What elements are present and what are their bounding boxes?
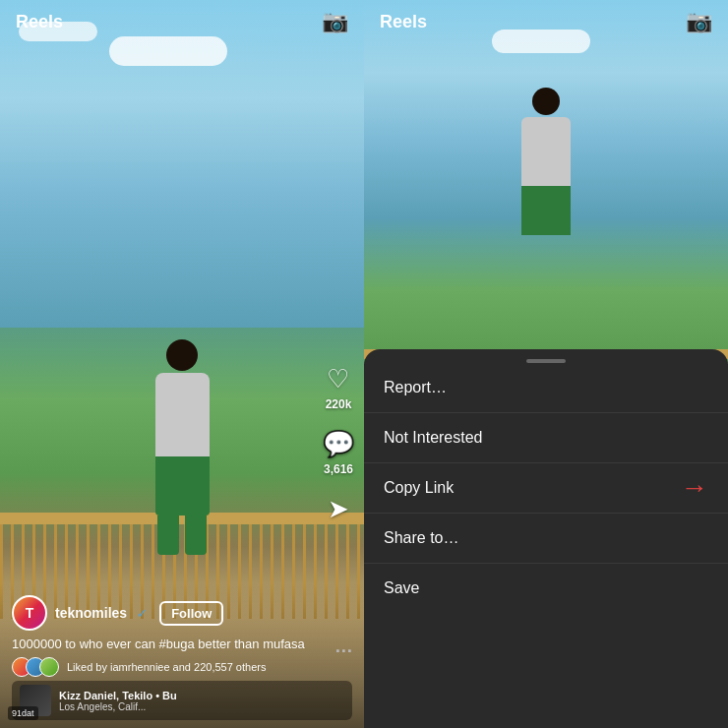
music-info: Kizz Daniel, Tekilo • Bu Los Angeles, Ca… xyxy=(59,690,344,712)
figure-leg-right xyxy=(185,516,207,555)
bottom-overlay: T teknomiles ✓ Follow 1000000 to who eve… xyxy=(0,583,364,728)
right-header: Reels 📷 xyxy=(364,0,728,43)
heart-icon: ♡ xyxy=(327,364,349,394)
menu-item-save[interactable]: Save xyxy=(364,564,728,613)
liked-by-text: Liked by iamrhenniee and 220,557 others xyxy=(67,661,266,673)
like-button[interactable]: ♡ 220k xyxy=(326,364,352,411)
watermark: 91dat xyxy=(8,706,38,720)
bottom-sheet: Report… Not Interested Copy Link ← Share… xyxy=(364,349,728,728)
liked-by-row: Liked by iamrhenniee and 220,557 others xyxy=(12,657,352,677)
music-title: Kizz Daniel, Tekilo • Bu xyxy=(59,690,344,701)
arrow-indicator: ← xyxy=(681,472,708,504)
music-location: Los Angeles, Calif... xyxy=(59,701,344,712)
figure-head xyxy=(166,339,198,371)
menu-item-copy-link[interactable]: Copy Link ← xyxy=(364,463,728,514)
share-icon: ➤ xyxy=(328,494,349,524)
menu-item-not-interested[interactable]: Not Interested xyxy=(364,413,728,463)
username[interactable]: teknomiles xyxy=(55,605,127,621)
camera-icon[interactable]: 📷 xyxy=(322,9,348,34)
report-label: Report… xyxy=(384,379,447,396)
right-figure-pants xyxy=(521,186,571,235)
right-figure-head xyxy=(532,88,560,115)
follow-button[interactable]: Follow xyxy=(159,601,223,626)
red-arrow-icon: ← xyxy=(681,472,708,504)
action-buttons: ♡ 220k 💬 3,616 ➤ xyxy=(323,364,354,524)
liked-avatars xyxy=(12,657,53,677)
verified-badge: ✓ xyxy=(137,606,148,621)
left-header: Reels 📷 xyxy=(0,0,364,43)
figure-pants xyxy=(155,456,210,516)
right-title: Reels xyxy=(380,12,427,32)
right-panel: Reels 📷 Report… Not Interested Copy Link… xyxy=(364,0,728,728)
right-figure-body xyxy=(521,117,571,186)
avatar[interactable]: T xyxy=(12,595,47,631)
copy-link-label: Copy Link xyxy=(384,479,454,497)
right-figure xyxy=(521,88,571,235)
comment-count: 3,616 xyxy=(324,462,353,476)
person-figure xyxy=(138,339,226,546)
menu-item-report[interactable]: Report… xyxy=(364,363,728,413)
music-row: Kizz Daniel, Tekilo • Bu Los Angeles, Ca… xyxy=(12,681,352,720)
share-to-label: Share to… xyxy=(384,529,458,547)
figure-legs xyxy=(138,516,226,555)
left-title: Reels xyxy=(16,12,63,32)
comment-icon: 💬 xyxy=(323,429,354,459)
left-panel: Reels 📷 ♡ 220k 💬 3,616 ➤ T teknomiles ✓ … xyxy=(0,0,364,728)
caption: 1000000 to who ever can #buga better tha… xyxy=(12,637,352,653)
user-row: T teknomiles ✓ Follow xyxy=(12,595,352,631)
figure-leg-left xyxy=(157,516,179,555)
share-button[interactable]: ➤ xyxy=(328,494,349,524)
right-camera-icon[interactable]: 📷 xyxy=(686,9,712,34)
save-label: Save xyxy=(384,579,419,597)
figure-body xyxy=(155,373,210,456)
like-count: 220k xyxy=(326,397,352,411)
menu-item-share-to[interactable]: Share to… xyxy=(364,514,728,564)
mini-avatar-3 xyxy=(39,657,59,677)
comment-button[interactable]: 💬 3,616 xyxy=(323,429,354,476)
not-interested-label: Not Interested xyxy=(384,429,483,447)
